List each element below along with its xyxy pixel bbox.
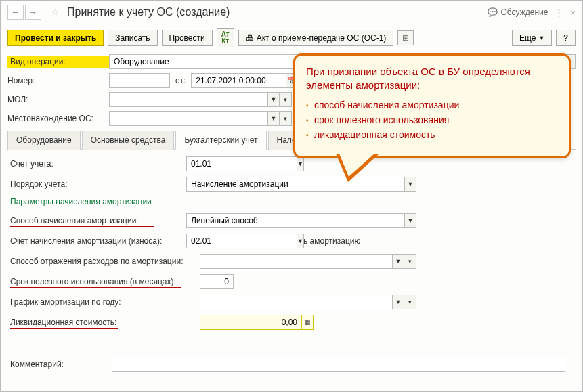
salvage-field[interactable]: ▦ <box>200 315 314 330</box>
debit-credit-button[interactable]: АтКт <box>217 28 234 47</box>
amort-account-dropdown-icon[interactable]: ▼ <box>297 234 304 248</box>
location-dropdown-icon[interactable]: ▼ <box>267 111 280 126</box>
more-label: Еще <box>519 33 536 43</box>
schedule-row: График амортизации по году: ▼ ▾ <box>10 295 573 309</box>
mol-input[interactable] <box>109 92 267 107</box>
callout-tail <box>336 154 379 182</box>
grid-icon: ⊞ <box>402 33 409 43</box>
comment-label: Комментарий: <box>10 360 112 369</box>
print-act-label: Акт о приеме-передаче ОС (ОС-1) <box>257 33 387 43</box>
amort-account-row: Счет начисления амортизации (износа): ▼ … <box>10 234 573 248</box>
help-button[interactable]: ? <box>556 30 576 46</box>
save-button[interactable]: Записать <box>108 30 157 46</box>
titlebar: ← → ☆ Принятие к учету ОС (создание) 💬 О… <box>1 1 582 24</box>
method-dropdown-icon[interactable]: ▼ <box>404 213 416 228</box>
more-menu-icon[interactable]: ⋮ <box>555 7 563 18</box>
forward-button[interactable]: → <box>25 5 41 20</box>
expense-method-input[interactable] <box>200 254 392 269</box>
useful-life-label: Срок полезного использования (в месяцах)… <box>10 277 200 286</box>
expense-method-select[interactable]: ▼ ▾ <box>200 254 416 269</box>
date-field[interactable]: 📅 <box>191 73 298 88</box>
salvage-calc-icon[interactable]: ▦ <box>301 315 314 330</box>
callout-list: способ начисления амортизации срок полез… <box>306 100 558 140</box>
order-dropdown-icon[interactable]: ▼ <box>404 177 416 192</box>
favorite-icon[interactable]: ☆ <box>47 5 63 20</box>
print-act-button[interactable]: 🖶 Акт о приеме-передаче ОС (ОС-1) <box>238 30 394 46</box>
mol-dropdown-icon[interactable]: ▼ <box>267 92 280 107</box>
titlebar-right: 💬 Обсуждение ⋮ × <box>488 7 576 18</box>
callout-item: способ начисления амортизации <box>306 100 558 110</box>
expense-method-label: Способ отражения расходов по амортизации… <box>10 257 200 266</box>
salvage-row: Ликвидационная стоимость: ▦ <box>10 315 573 330</box>
toolbar-right: Еще ▼ ? <box>512 30 576 46</box>
salvage-label: Ликвидационная стоимость: <box>10 318 200 327</box>
useful-life-input[interactable] <box>200 274 234 289</box>
tab-equipment[interactable]: Оборудование <box>7 131 81 150</box>
method-input[interactable] <box>186 213 404 228</box>
order-row: Порядок учета: ▼ <box>10 177 573 192</box>
comment-row: Комментарий: <box>10 357 573 372</box>
mol-open-icon[interactable]: ▾ <box>280 92 292 107</box>
tab-fixed-assets[interactable]: Основные средства <box>82 131 175 150</box>
location-select[interactable]: ▼ ▾ <box>109 111 292 126</box>
discuss-link[interactable]: 💬 Обсуждение <box>488 7 548 17</box>
account-select[interactable]: ▼ <box>186 156 247 171</box>
amort-account-select[interactable]: ▼ <box>186 234 247 248</box>
schedule-open-icon[interactable]: ▾ <box>404 295 416 309</box>
salvage-input[interactable] <box>200 315 301 330</box>
account-row: Счет учета: ▼ <box>10 156 573 171</box>
tab-accounting[interactable]: Бухгалтерский учет <box>175 131 266 150</box>
expense-method-open-icon[interactable]: ▾ <box>404 254 416 269</box>
callout-item: ликвидационная стоимость <box>306 129 558 140</box>
printer-icon: 🖶 <box>246 33 254 43</box>
order-label: Порядок учета: <box>10 179 186 189</box>
window: ← → ☆ Принятие к учету ОС (создание) 💬 О… <box>0 0 583 392</box>
schedule-select[interactable]: ▼ ▾ <box>200 295 416 309</box>
number-label: Номер: <box>7 76 109 85</box>
operation-type-label: Вид операции: <box>7 56 109 68</box>
schedule-dropdown-icon[interactable]: ▼ <box>392 295 404 309</box>
useful-life-row: Срок полезного использования (в месяцах)… <box>10 274 573 289</box>
amort-account-input[interactable] <box>186 234 297 248</box>
toolbar: Провести и закрыть Записать Провести АтК… <box>1 24 582 54</box>
method-label: Способ начисления амортизации: <box>10 216 186 225</box>
close-icon[interactable]: × <box>570 7 576 18</box>
post-and-close-button[interactable]: Провести и закрыть <box>7 30 104 46</box>
discuss-label: Обсуждение <box>500 7 548 17</box>
location-label: Местонахождение ОС: <box>7 114 109 123</box>
date-input[interactable] <box>191 73 286 88</box>
method-row: Способ начисления амортизации: ▼ <box>10 213 573 228</box>
callout: При признании объекта ОС в БУ определяют… <box>293 53 571 158</box>
number-input[interactable] <box>109 73 170 88</box>
account-label: Счет учета: <box>10 159 186 169</box>
account-input[interactable] <box>186 156 297 171</box>
window-title: Принятие к учету ОС (создание) <box>67 6 488 18</box>
order-select[interactable]: ▼ <box>186 177 416 192</box>
location-open-icon[interactable]: ▾ <box>280 111 292 126</box>
expense-method-row: Способ отражения расходов по амортизации… <box>10 254 573 269</box>
expense-method-dropdown-icon[interactable]: ▼ <box>392 254 404 269</box>
comment-input[interactable] <box>112 357 565 372</box>
more-button[interactable]: Еще ▼ <box>512 30 552 46</box>
method-select[interactable]: ▼ <box>186 213 416 228</box>
mol-select[interactable]: ▼ ▾ <box>109 92 292 107</box>
callout-item: срок полезного использования <box>306 114 558 125</box>
discuss-icon: 💬 <box>488 7 498 17</box>
form-layout-button[interactable]: ⊞ <box>397 30 414 45</box>
tab-content: Счет учета: ▼ Порядок учета: ▼ Параметры… <box>7 150 576 372</box>
back-button[interactable]: ← <box>7 5 24 20</box>
amort-account-label: Счет начисления амортизации (износа): <box>10 236 186 246</box>
schedule-label: График амортизации по году: <box>10 297 200 307</box>
amort-section-title: Параметры начисления амортизации <box>10 197 573 206</box>
post-button[interactable]: Провести <box>162 30 213 46</box>
callout-heading: При признании объекта ОС в БУ определяют… <box>306 65 558 93</box>
chevron-down-icon: ▼ <box>538 35 544 41</box>
mol-label: МОЛ: <box>7 95 109 104</box>
location-input[interactable] <box>109 111 267 126</box>
date-from-label: от: <box>175 76 186 85</box>
schedule-input[interactable] <box>200 295 392 309</box>
dt-kt-icon: АтКт <box>221 31 230 45</box>
account-dropdown-icon[interactable]: ▼ <box>297 156 304 171</box>
